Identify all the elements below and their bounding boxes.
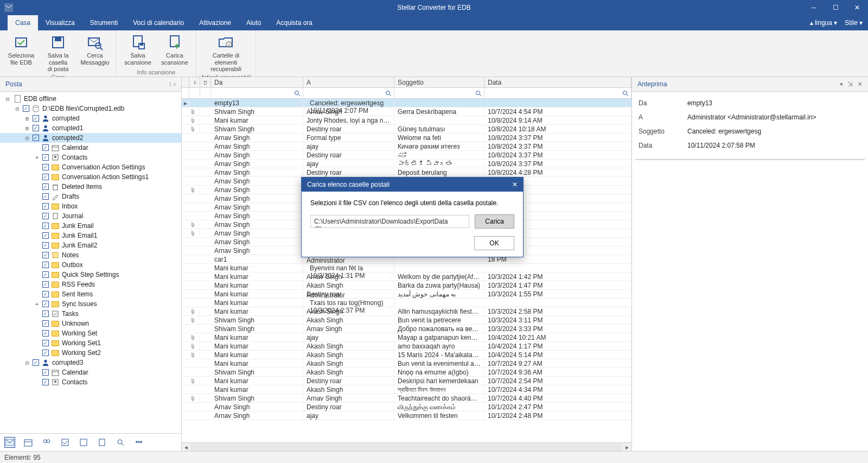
dialog-message: Selezioni il file CSV con l'elenco degli… [310,199,514,207]
load-button[interactable]: Carica [475,214,514,229]
dialog-titlebar: Carica elenco caselle postali ✕ [302,177,523,192]
ok-button[interactable]: OK [474,236,514,250]
csv-path-input[interactable]: C:\Users\Administrator\Downloads\ExportD… [310,215,469,228]
load-mailbox-list-dialog: Carica elenco caselle postali ✕ Selezion… [301,177,524,257]
dialog-backdrop: Carica elenco caselle postali ✕ Selezion… [0,0,868,463]
dialog-title-text: Carica elenco caselle postali [307,181,390,188]
dialog-close-icon[interactable]: ✕ [512,181,518,188]
